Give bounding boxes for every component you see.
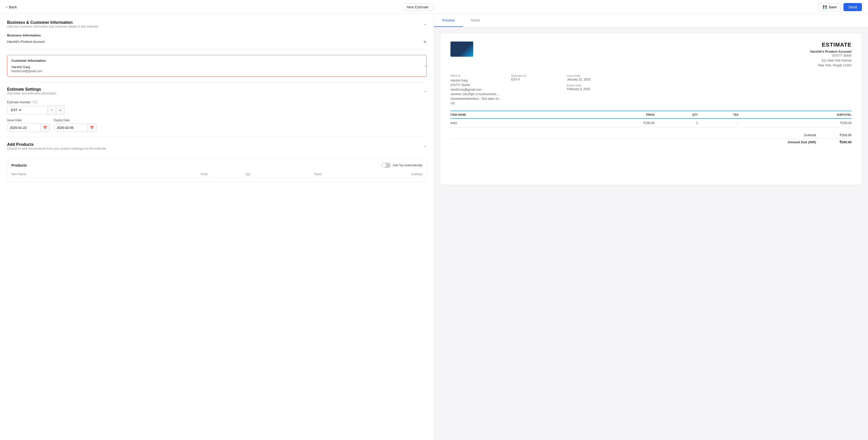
send-label: Send [848,5,857,9]
tab-preview[interactable]: Preview [434,14,463,27]
save-button[interactable]: 💾 Save [818,3,841,11]
info-icon: i [34,100,37,104]
estimate-no-label: Estimate No [511,74,557,77]
estimate-number-input[interactable] [7,106,48,114]
estimate-settings-header: Estimate Settings Add dates and estimate… [7,87,427,99]
tax-toggle-label: Add Tax Automatically [393,164,422,167]
products-header: Products Add Tax Automatically [11,163,422,168]
products-box-title: Products [11,163,27,167]
estimate-no-value: EST-4 [511,78,557,81]
preview-expiry-date-value: February 5, 2025 [567,87,613,91]
customer-more-button[interactable]: ⋯ [424,63,428,69]
expiry-date-block: Expiry Date February 5, 2025 [567,84,613,91]
billed-city: nksnksnksnksknskns , Test state 10... [451,97,501,101]
products-table: Item Name Price Qty Taxes Subtotal [11,171,422,178]
expiry-date-input[interactable] [54,124,87,132]
item-qty-cell: 1 [655,119,698,128]
expiry-date-input-wrap: 📅 [54,124,97,132]
col-item-name: Item Name [11,171,146,178]
items-table-body: test1 ₹200.00 1 - ₹200.00 [451,119,851,128]
tax-toggle[interactable] [381,163,391,168]
customer-name: Harshit Garg [11,65,422,69]
col-item-name-preview: ITEM NAME [451,111,569,119]
add-products-collapse-icon[interactable]: ⌄ [423,143,427,148]
col-tax-preview: TAX [698,111,739,119]
issue-date-calendar-icon[interactable]: 📅 [40,124,50,132]
main-layout: Business & Customer Information Add your… [0,14,868,440]
business-section-collapse-icon[interactable]: ⌄ [423,21,427,26]
item-tax-cell: - [698,119,739,128]
business-section-subtitle: Add your business information and custom… [7,25,98,28]
estimate-title: ESTIMATE [810,41,851,48]
subtotal-value: ₹200.00 [831,133,851,137]
item-price-cell: ₹200.00 [569,119,654,128]
issue-date-block: Issue Date January 22, 2025 [567,74,613,81]
back-button[interactable]: ‹ Back [6,5,17,9]
left-panel: Business & Customer Information Add your… [0,14,434,440]
page-title: New Estimate [401,3,434,11]
required-star: * [32,101,33,104]
business-section-title-block: Business & Customer Information Add your… [7,20,98,32]
nav-actions: 💾 Save Send [818,3,862,11]
preview-phone: 074777 35444 [810,54,851,58]
business-section-header: Business & Customer Information Add your… [7,20,427,32]
amount-due-value: ₹200.00 [831,140,851,144]
issue-date-input-wrap: 📅 [7,124,50,132]
products-table-header-row: Item Name Price Qty Taxes Subtotal [11,171,422,178]
add-products-title: Add Products [7,142,106,147]
billed-address: nksnksn 29u29j2o m ksnksmnknk,... [451,92,501,97]
estimate-settings-title: Estimate Settings [7,87,57,92]
decrement-button[interactable]: − [48,106,56,114]
issue-date-input[interactable] [7,124,40,132]
estimate-number-stepper: − + [48,106,65,114]
send-button[interactable]: Send [843,3,862,11]
right-tabs: Preview Notes [434,14,868,27]
customer-section: Customer Information Harshit Garg harshi… [7,55,427,77]
estimate-settings-collapse-icon[interactable]: ⌄ [423,88,427,93]
item-name-cell: test1 [451,119,569,128]
increment-button[interactable]: + [56,106,65,114]
preview-expiry-date-label: Expiry Date [567,84,613,87]
expiry-date-calendar-icon[interactable]: 📅 [87,124,96,132]
amount-due-row: Amount Due (INR) ₹200.00 [451,139,851,145]
tax-toggle-row: Add Tax Automatically [381,163,422,168]
totals-section: Subtotal ₹200.00 Amount Due (INR) ₹200.0… [451,132,851,145]
save-icon: 💾 [823,5,827,9]
estimate-settings-subtitle: Add dates and estimates information [7,92,57,95]
back-chevron-icon: ‹ [6,5,7,9]
back-label: Back [9,5,17,9]
col-qty-preview: QTY [655,111,698,119]
subtotal-row: Subtotal ₹200.00 [451,132,851,139]
issue-date-field: Issue Date 📅 [7,119,50,132]
col-price: Price [146,171,208,178]
edit-business-button[interactable]: ✎ [423,40,427,44]
right-panel: Preview Notes ESTIMATE Harshit's Product… [434,14,868,440]
preview-address: 811 New York Avenue [810,58,851,63]
col-subtotal: Subtotal [322,171,422,178]
amount-due-label: Amount Due (INR) [788,140,816,144]
issue-date-label: Issue Date [7,119,50,122]
items-table-head: ITEM NAME PRICE QTY TAX SUBTOTAL [451,111,851,119]
logo-graphic [451,41,473,57]
tab-notes[interactable]: Notes [463,14,489,27]
preview-issue-date-label: Issue Date [567,74,613,77]
preview-card: ESTIMATE Harshit's Product Account 07477… [440,33,862,185]
items-table: ITEM NAME PRICE QTY TAX SUBTOTAL test1 ₹… [451,111,851,128]
customer-email: harshit.tsa@gmail.com [11,69,422,73]
business-name: Harshit's Product Account [7,40,44,43]
settings-products-divider [7,137,427,137]
estimate-settings-title-block: Estimate Settings Add dates and estimate… [7,87,57,99]
add-products-title-block: Add Products Choose or add new products … [7,142,106,155]
item-subtotal-cell: ₹200.00 [739,119,851,128]
company-logo [451,41,473,57]
billed-country: US [451,101,501,106]
estimate-header-row: ESTIMATE Harshit's Product Account 07477… [451,41,851,68]
business-name-row: Harshit's Product Account ✎ [7,40,427,44]
top-nav: ‹ Back New Estimate 💾 Save Send [0,0,868,14]
dates-col: Issue Date January 22, 2025 Expiry Date … [567,74,613,106]
business-customer-divider [7,49,427,50]
add-products-subtitle: Choose or add new products from your pro… [7,147,106,150]
dates-row: Issue Date 📅 Expiry Date 📅 [7,119,427,132]
col-taxes: Taxes [250,171,322,178]
preview-city-state: New York, Punjab 11203 [810,63,851,68]
